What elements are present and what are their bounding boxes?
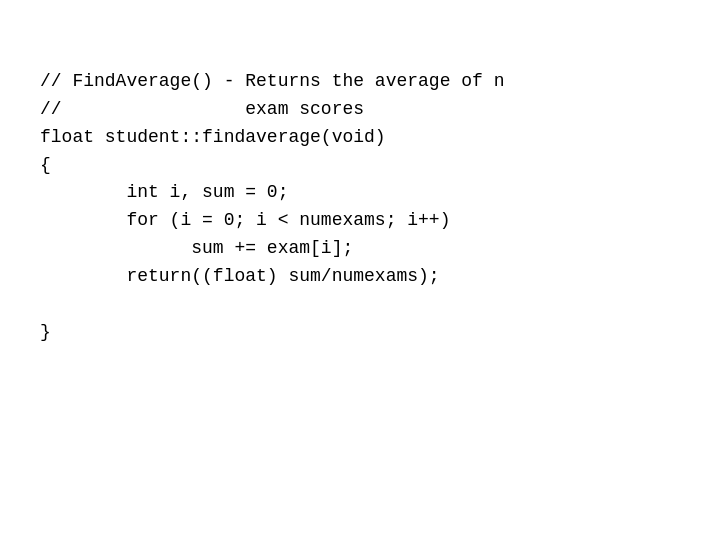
code-line-3: {: [40, 152, 504, 180]
code-line-1: // exam scores: [40, 96, 504, 124]
code-line-6: sum += exam[i];: [40, 235, 504, 263]
code-line-8: [40, 291, 504, 319]
code-line-0: // FindAverage() - Returns the average o…: [40, 68, 504, 96]
code-line-2: float student::findaverage(void): [40, 124, 504, 152]
code-line-9: }: [40, 319, 504, 347]
code-line-5: for (i = 0; i < numexams; i++): [40, 207, 504, 235]
code-line-4: int i, sum = 0;: [40, 179, 504, 207]
code-line-7: return((float) sum/numexams);: [40, 263, 504, 291]
code-block: // FindAverage() - Returns the average o…: [0, 0, 544, 387]
